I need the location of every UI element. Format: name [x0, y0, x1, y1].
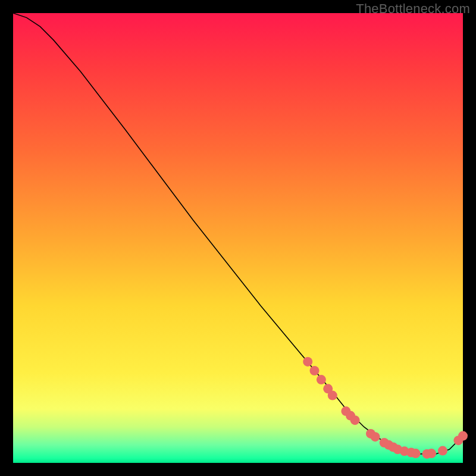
data-marker [350, 415, 360, 425]
data-marker [371, 432, 380, 441]
data-marker [427, 449, 436, 458]
curve-svg [13, 13, 463, 463]
data-markers [303, 357, 468, 459]
data-marker [458, 431, 468, 441]
data-marker [438, 446, 447, 456]
plot-area [13, 13, 463, 463]
watermark-text: TheBottleneck.com [356, 1, 470, 17]
data-marker [411, 449, 421, 458]
data-marker [317, 375, 326, 384]
chart-frame: TheBottleneck.com [0, 0, 476, 476]
data-marker [303, 357, 312, 367]
data-marker [328, 391, 337, 400]
data-marker [310, 366, 320, 375]
bottleneck-curve [13, 13, 463, 454]
